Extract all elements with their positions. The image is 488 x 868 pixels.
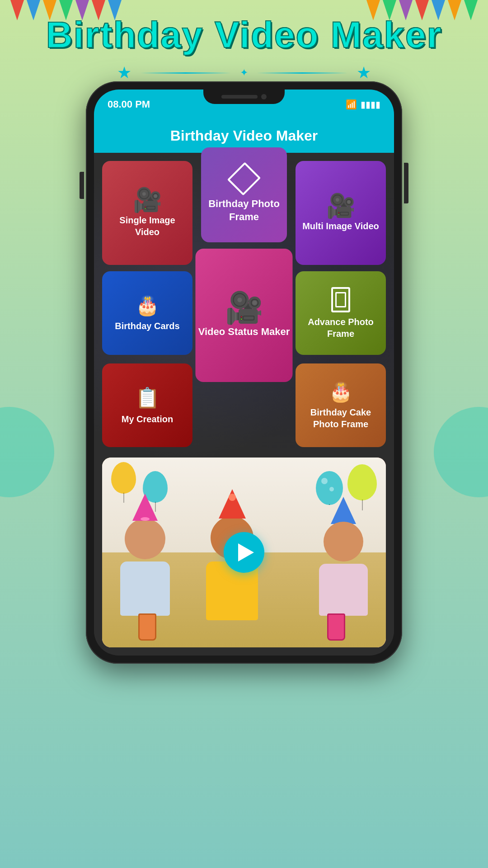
bg-circle-left [0, 407, 54, 497]
cup-left [138, 613, 156, 641]
multi-image-video-label: Multi Image Video [298, 220, 384, 232]
star-left: ★ [117, 63, 131, 82]
status-bar: 08.00 PM 📶 ▮▮▮▮ [94, 90, 394, 119]
diamond-frame-icon [227, 162, 261, 195]
birthday-card-icon: 🎂 [136, 294, 159, 316]
video-status-wrapper: 🎥 Video Status Maker [198, 271, 290, 357]
balloons-left [111, 462, 136, 494]
frame-icon-inner [335, 292, 346, 307]
star-right: ★ [357, 63, 371, 82]
bg-circle-right [434, 407, 488, 497]
single-image-video-button[interactable]: 🎥 Single Image Video [102, 161, 192, 265]
camera-icon-video-status: 🎥 [225, 292, 263, 323]
birthday-cards-label: Birthday Cards [110, 320, 184, 332]
notch-dot [261, 94, 267, 99]
grid-row-2: 🎂 Birthday Cards 🎥 Video Status Maker [102, 271, 386, 357]
battery-icon: ▮▮▮▮ [361, 99, 380, 110]
child-left [120, 494, 170, 616]
phone-frame: 08.00 PM 📶 ▮▮▮▮ Birthday Video Maker [86, 81, 402, 664]
multi-image-video-button[interactable]: 🎥 Multi Image Video [296, 161, 386, 265]
notch-bar [221, 95, 258, 99]
app-header-title: Birthday Video Maker [170, 127, 318, 144]
birthday-cake-photo-frame-label: Birthday Cake Photo Frame [296, 406, 386, 430]
camera-icon-multi: 🎥 [326, 194, 356, 217]
cake-icon: 🎂 [329, 381, 352, 403]
video-status-maker-button[interactable]: 🎥 Video Status Maker [196, 249, 293, 382]
app-content: 🎥 Single Image Video Birthday Photo Fram… [94, 153, 394, 458]
birthday-photo-frame-button[interactable]: Birthday Photo Frame [201, 147, 287, 242]
birthday-cards-button[interactable]: 🎂 Birthday Cards [102, 271, 192, 355]
play-button[interactable] [224, 532, 264, 573]
advance-photo-frame-button[interactable]: Advance Photo Frame [296, 271, 386, 355]
main-title-container: Birthday Video Maker [0, 14, 488, 56]
star-small: ✦ [240, 67, 248, 79]
play-triangle-icon [238, 543, 254, 561]
phone-side-left [80, 172, 84, 199]
video-status-maker-label: Video Status Maker [198, 326, 290, 339]
child-right [319, 497, 368, 616]
balloons-right [347, 464, 377, 500]
cup-right [327, 613, 345, 641]
status-icons: 📶 ▮▮▮▮ [346, 99, 380, 110]
frame-icon-advance [331, 287, 350, 312]
single-image-video-label: Single Image Video [102, 214, 192, 238]
birthday-cake-photo-frame-button[interactable]: 🎂 Birthday Cake Photo Frame [296, 363, 386, 447]
my-creation-label: My Creation [117, 413, 178, 425]
star-line-right [257, 72, 347, 74]
video-preview[interactable] [102, 458, 386, 647]
phone-inner: 08.00 PM 📶 ▮▮▮▮ Birthday Video Maker [94, 90, 394, 656]
phone-side-right [404, 163, 408, 203]
video-section [94, 458, 394, 656]
wifi-icon: 📶 [346, 99, 357, 110]
my-creation-button[interactable]: 📋 My Creation [102, 363, 192, 447]
phone-container: 08.00 PM 📶 ▮▮▮▮ Birthday Video Maker [86, 81, 402, 664]
main-title-text: Birthday Video Maker [46, 14, 442, 55]
notch [203, 90, 285, 104]
status-time: 08.00 PM [108, 99, 150, 110]
stars-decoration: ★ ✦ ★ [0, 63, 488, 82]
star-line-left [141, 72, 231, 74]
birthday-photo-frame-label: Birthday Photo Frame [201, 198, 287, 223]
advance-photo-frame-label: Advance Photo Frame [296, 316, 386, 340]
camera-icon-single: 🎥 [133, 188, 162, 212]
document-icon: 📋 [135, 386, 160, 410]
